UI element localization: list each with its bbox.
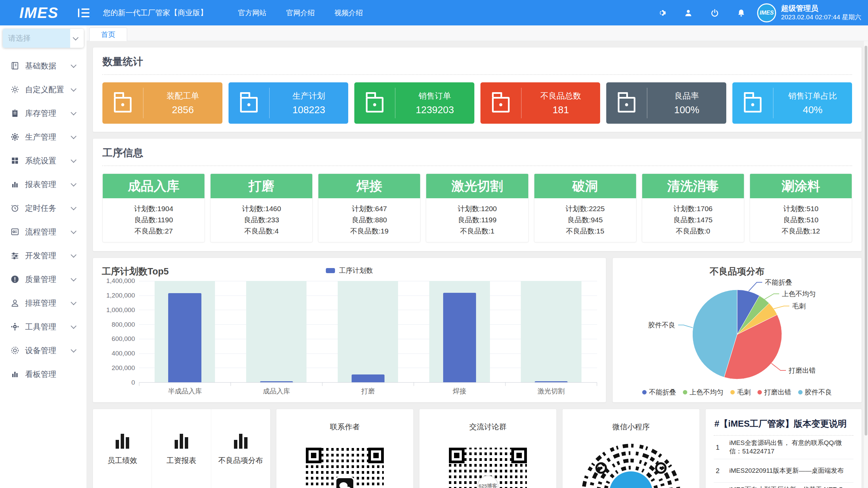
person-icon[interactable] — [684, 8, 693, 17]
sidebar-item-label: 工具管理 — [25, 322, 68, 332]
shortcut-salary-report[interactable]: 工资报表 — [152, 409, 211, 488]
contact-author-panel: 联系作者 扫一扫上面的二维码图案，加我为朋友。 — [276, 409, 414, 488]
y-axis: 1,400,000 1,200,000 1,000,000 800,000 60… — [102, 281, 139, 383]
stat-card-assembly-orders[interactable]: 装配工单2856 — [102, 82, 222, 124]
stat-card-sales-ratio[interactable]: 销售订单占比40% — [732, 82, 852, 124]
bar-welding — [443, 293, 476, 382]
scrollbar-thumb[interactable] — [865, 46, 867, 435]
changelog-title: #【iMES工厂管家】版本变更说明 — [714, 416, 853, 436]
folder-icon — [366, 97, 383, 113]
sidebar-item-label: 报表管理 — [25, 179, 68, 190]
sidebar-item-kanban[interactable]: 看板管理 — [0, 362, 86, 386]
miniprogram-panel: 微信小程序 IMES S — [562, 409, 700, 488]
process-name: 清洗消毒 — [642, 174, 744, 198]
folder-icon — [240, 97, 258, 113]
power-icon[interactable] — [710, 8, 719, 17]
process-card[interactable]: 打磨 计划数:1460良品数:233不良品数:4 — [210, 174, 313, 242]
stat-value: 2856 — [143, 104, 222, 116]
stat-label: 装配工单 — [143, 90, 222, 101]
sidebar-item-production[interactable]: 生产管理 — [0, 125, 86, 149]
pie-label: 上色不均匀 — [782, 290, 816, 298]
bar-plot-area — [139, 281, 597, 383]
qr-title: 交流讨论群 — [469, 422, 507, 432]
chevron-down-icon — [71, 228, 77, 234]
sidebar-item-tools[interactable]: 工具管理 — [0, 315, 86, 339]
sidebar-item-label: 看板管理 — [25, 369, 82, 380]
wechat-icon — [335, 477, 355, 488]
sidebar-item-label: 排班管理 — [25, 298, 68, 308]
process-card[interactable]: 焊接 计划数:647良品数:880不良品数:19 — [318, 174, 420, 242]
stat-label: 不良品总数 — [521, 90, 600, 101]
changelog-row[interactable]: 2iMES20220911版本更新——桌面端发布 — [714, 459, 853, 483]
chevron-down-icon — [71, 300, 77, 305]
changelog-row[interactable]: 3iMES面向小型工厂的新一代基于.NET Core的MES系统__移动端 — [714, 483, 853, 488]
sidebar-item-quality[interactable]: 质量管理 — [0, 267, 86, 291]
bell-icon[interactable] — [737, 8, 746, 17]
legend-swatch — [326, 268, 335, 273]
sidebar-item-development[interactable]: 开发管理 — [0, 244, 86, 267]
y-tick: 200,000 — [112, 364, 135, 372]
device-gear-icon — [10, 346, 20, 355]
nav-site-intro[interactable]: 官网介绍 — [286, 8, 315, 18]
sidebar-item-custom-config[interactable]: 自定义配置 — [0, 78, 86, 101]
x-tick: 激光切割 — [505, 383, 597, 386]
legend-label: 打磨出错 — [764, 388, 791, 397]
y-tick: 600,000 — [112, 335, 135, 343]
defect-count: 不良品数:1 — [428, 225, 526, 237]
good-count: 良品数:945 — [536, 214, 634, 225]
defect-count: 不良品数:27 — [105, 225, 202, 237]
process-card[interactable]: 破洞 计划数:2225良品数:945不良品数:15 — [534, 174, 636, 242]
sidebar-item-shift[interactable]: 排班管理 — [0, 291, 86, 315]
stat-card-defect-total[interactable]: 不良品总数181 — [480, 82, 600, 124]
process-panel: 工序信息 成品入库 计划数:1904良品数:1190不良品数:27 打磨 计划数… — [93, 138, 862, 251]
row-text: iMES全套源码出售， 有意的联系QQ/微信：514224717 — [729, 439, 853, 455]
process-card[interactable]: 清洗消毒 计划数:1706良品数:1475不良品数:0 — [642, 174, 744, 242]
sidebar-toggle-icon[interactable] — [78, 8, 90, 17]
book-icon — [10, 61, 20, 70]
stat-card-production-plans[interactable]: 生产计划108223 — [229, 82, 349, 124]
gear-icon[interactable] — [657, 8, 666, 17]
shortcut-defect-distribution[interactable]: 不良品项分布 — [211, 409, 270, 488]
nav-video-intro[interactable]: 视频介绍 — [334, 8, 363, 18]
legend-label: 工序计划数 — [339, 266, 373, 275]
sidebar-item-system-settings[interactable]: 系统设置 — [0, 149, 86, 172]
process-card[interactable]: 成品入库 计划数:1904良品数:1190不良品数:27 — [102, 174, 205, 242]
defect-count: 不良品数:15 — [536, 225, 634, 237]
stat-card-yield-rate[interactable]: 良品率100% — [606, 82, 726, 124]
pie-chart-panel: 不良品项分布 不能折叠 — [612, 258, 862, 403]
tab-home[interactable]: 首页 — [89, 27, 127, 41]
changelog-row[interactable]: 1iMES全套源码出售， 有意的联系QQ/微信：514224717 — [714, 436, 853, 459]
defect-count: 不良品数:12 — [752, 225, 850, 237]
legend-dot — [730, 390, 735, 394]
chevron-down-icon — [71, 347, 77, 353]
pie-label: 胶件不良 — [648, 321, 675, 329]
bar-column — [506, 281, 597, 382]
bar-chart-icon — [175, 433, 188, 449]
process-card[interactable]: 激光切割 计划数:1200良品数:1199不良品数:1 — [426, 174, 528, 242]
stat-label: 销售订单 — [395, 90, 474, 101]
avatar[interactable]: IMES — [757, 3, 776, 22]
sidebar-item-equipment[interactable]: 设备管理 — [0, 339, 86, 362]
stat-card-sales-orders[interactable]: 销售订单1239203 — [354, 82, 474, 124]
sidebar-item-base-data[interactable]: 基础数据 — [0, 54, 86, 78]
cog-icon — [10, 132, 20, 142]
bar-chart-legend[interactable]: 工序计划数 — [102, 265, 597, 276]
nav-official-site[interactable]: 官方网站 — [238, 8, 267, 18]
sidebar-item-scheduled-tasks[interactable]: 定时任务 — [0, 196, 86, 220]
shortcut-label: 工资报表 — [166, 455, 196, 466]
chevron-down-icon — [71, 252, 77, 258]
row-number: 2 — [714, 467, 729, 475]
changelog-panel: #【iMES工厂管家】版本变更说明 1iMES全套源码出售， 有意的联系QQ/微… — [705, 409, 862, 488]
sidebar-item-reports[interactable]: 报表管理 — [0, 172, 86, 196]
chevron-down-icon — [71, 86, 77, 92]
pie-label: 打磨出错 — [788, 367, 816, 374]
shortcut-employee-performance[interactable]: 员工绩效 — [93, 409, 152, 488]
sidebar-select[interactable]: 请选择 — [3, 29, 84, 48]
pie-legend[interactable]: 不能折叠 上色不均匀 毛刺 打磨出错 胶件不良 — [613, 388, 862, 397]
process-card[interactable]: 涮涂料 计划数:510良品数:510不良品数:12 — [750, 174, 852, 242]
good-count: 良品数:1199 — [428, 214, 526, 225]
vertical-scrollbar[interactable] — [864, 41, 868, 488]
sidebar-item-workflow[interactable]: 流程管理 — [0, 220, 86, 244]
shortcut-label: 员工绩效 — [107, 455, 137, 466]
sidebar-item-inventory[interactable]: 库存管理 — [0, 101, 86, 125]
